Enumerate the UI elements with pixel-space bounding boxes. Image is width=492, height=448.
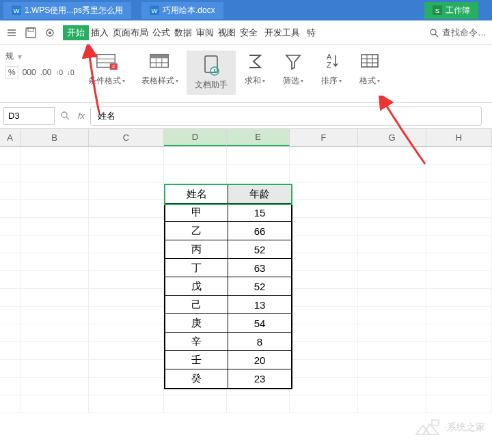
- cell[interactable]: [426, 289, 492, 307]
- table-cell[interactable]: 壬: [165, 351, 228, 369]
- cell[interactable]: [426, 271, 492, 289]
- cell[interactable]: [426, 360, 492, 378]
- doc-tab-1[interactable]: W 1.WPS使用...ps秀里怎么用: [3, 2, 131, 19]
- format-percent[interactable]: %: [5, 66, 18, 79]
- cell[interactable]: [358, 324, 426, 342]
- cell[interactable]: [89, 360, 164, 378]
- cell[interactable]: [426, 165, 492, 182]
- table-cell[interactable]: 8: [228, 333, 291, 351]
- cell[interactable]: [164, 165, 227, 182]
- cell[interactable]: [426, 378, 492, 395]
- tab-formula[interactable]: 公式: [150, 27, 172, 39]
- cell[interactable]: [358, 360, 426, 378]
- cell[interactable]: [358, 253, 426, 271]
- cell[interactable]: [20, 165, 89, 182]
- fx-search-icon[interactable]: [60, 111, 71, 122]
- table-cell[interactable]: 15: [228, 204, 291, 222]
- cell[interactable]: [20, 218, 89, 236]
- table-cell[interactable]: 丙: [165, 240, 228, 259]
- cell[interactable]: [89, 395, 164, 413]
- table-cell[interactable]: 13: [228, 296, 291, 314]
- cell[interactable]: [0, 236, 20, 253]
- cell[interactable]: [358, 342, 426, 360]
- format-thousand[interactable]: 000: [23, 68, 36, 77]
- cell[interactable]: [290, 324, 358, 342]
- column-header-F[interactable]: F: [290, 129, 358, 146]
- tab-view[interactable]: 视图: [216, 27, 238, 39]
- cell[interactable]: [290, 271, 358, 289]
- cell[interactable]: [89, 165, 164, 182]
- column-header-C[interactable]: C: [89, 129, 164, 146]
- tab-review[interactable]: 审阅: [194, 27, 216, 39]
- column-header-E[interactable]: E: [227, 129, 290, 146]
- cell[interactable]: [426, 253, 492, 271]
- cell[interactable]: [0, 324, 20, 342]
- cell[interactable]: [426, 324, 492, 342]
- formula-input[interactable]: 姓名: [90, 107, 482, 126]
- cell[interactable]: [358, 182, 426, 200]
- table-cell[interactable]: 66: [228, 222, 291, 240]
- cell[interactable]: [20, 253, 89, 271]
- cell[interactable]: [20, 342, 89, 360]
- sum-button[interactable]: 求和▾: [236, 51, 274, 87]
- table-cell[interactable]: 20: [228, 351, 291, 369]
- tab-security[interactable]: 安全: [238, 27, 260, 39]
- cell[interactable]: [89, 289, 164, 307]
- table-cell[interactable]: 52: [228, 240, 291, 259]
- cell[interactable]: [20, 307, 89, 324]
- cell[interactable]: [290, 289, 358, 307]
- cell[interactable]: [290, 218, 358, 236]
- search-command[interactable]: 查找命令…: [429, 27, 487, 39]
- cell[interactable]: [426, 236, 492, 253]
- format-addzero[interactable]: .00: [40, 68, 52, 77]
- cell[interactable]: [20, 395, 89, 413]
- cell[interactable]: [0, 307, 20, 324]
- cell[interactable]: [89, 236, 164, 253]
- cell[interactable]: [358, 271, 426, 289]
- cell[interactable]: [358, 200, 426, 218]
- table-cell[interactable]: 63: [228, 259, 291, 277]
- cell[interactable]: [358, 236, 426, 253]
- cell[interactable]: [227, 147, 290, 165]
- cell[interactable]: [20, 378, 89, 395]
- tab-start[interactable]: 开始: [63, 25, 89, 40]
- cell[interactable]: [89, 324, 164, 342]
- column-header-D[interactable]: D: [164, 129, 227, 146]
- sort-button[interactable]: AZ 排序▾: [312, 51, 351, 87]
- name-box[interactable]: D3: [3, 107, 55, 125]
- tab-special[interactable]: 特: [305, 27, 318, 39]
- table-header[interactable]: 年龄: [228, 185, 291, 204]
- table-cell[interactable]: 辛: [165, 333, 228, 351]
- column-header-H[interactable]: H: [426, 129, 492, 146]
- tab-layout[interactable]: 页面布局: [111, 27, 150, 39]
- table-cell[interactable]: 己: [165, 296, 228, 314]
- conditional-format-button[interactable]: ≠ 条件格式▾: [80, 51, 133, 87]
- cell[interactable]: [0, 218, 20, 236]
- cell[interactable]: [0, 342, 20, 360]
- doc-tab-2[interactable]: W 巧用绘本.docx: [141, 2, 223, 19]
- cell[interactable]: [89, 342, 164, 360]
- cell[interactable]: [0, 289, 20, 307]
- cell[interactable]: [358, 395, 426, 413]
- spreadsheet-grid[interactable]: 姓名年龄甲15乙66丙52丁63戊52己13庚54辛8壬20癸23: [0, 147, 492, 413]
- cell[interactable]: [290, 147, 358, 165]
- save-icon[interactable]: [25, 27, 37, 39]
- cell[interactable]: [89, 307, 164, 324]
- cell[interactable]: [358, 378, 426, 395]
- cell[interactable]: [0, 378, 20, 395]
- cell[interactable]: [358, 165, 426, 182]
- cell[interactable]: [89, 271, 164, 289]
- format-button[interactable]: 格式▾: [351, 51, 389, 87]
- table-header[interactable]: 姓名: [165, 185, 228, 204]
- cell[interactable]: [89, 200, 164, 218]
- tab-data[interactable]: 数据: [172, 27, 194, 39]
- cell[interactable]: [0, 271, 20, 289]
- cell[interactable]: [89, 253, 164, 271]
- menu-icon[interactable]: [5, 27, 18, 39]
- table-cell[interactable]: 23: [228, 369, 291, 388]
- cell[interactable]: [290, 182, 358, 200]
- table-cell[interactable]: 癸: [165, 369, 228, 388]
- cell[interactable]: [0, 165, 20, 182]
- cell[interactable]: [20, 200, 89, 218]
- tab-insert[interactable]: 插入: [89, 27, 111, 39]
